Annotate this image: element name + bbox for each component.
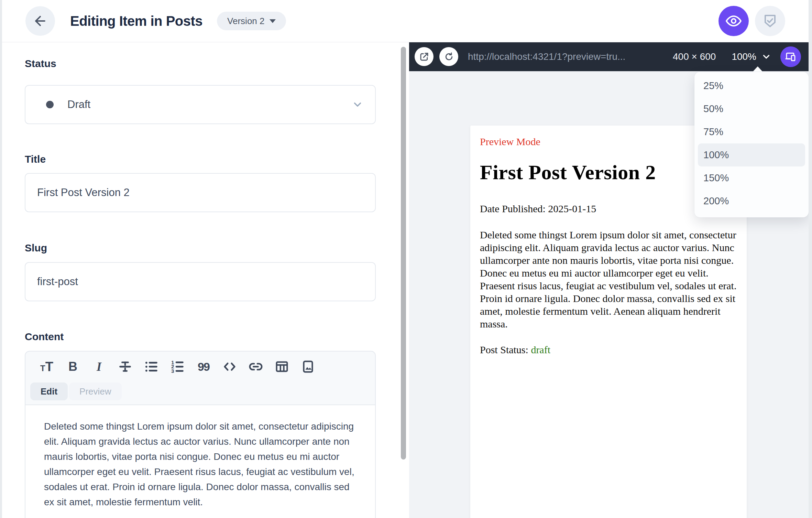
strikethrough-icon[interactable] [112, 357, 138, 376]
status-value: Draft [67, 98, 352, 111]
validation-button[interactable] [755, 6, 785, 36]
post-status-label: Post Status: [480, 344, 531, 355]
blockquote-icon[interactable]: 99 [190, 357, 217, 376]
refresh-button[interactable] [439, 47, 458, 66]
viewport-dimensions: 400 × 600 [673, 51, 716, 62]
heading-icon[interactable]: TT [34, 357, 60, 376]
bold-icon[interactable]: B [60, 357, 86, 376]
content-editor: TT B I 123 99 [25, 351, 376, 518]
slug-label: Slug [25, 242, 47, 254]
back-arrow-icon [33, 13, 48, 29]
back-button[interactable] [25, 6, 55, 36]
page-title: Editing Item in Posts [70, 13, 202, 29]
dropdown-caret-icon [753, 66, 762, 72]
zoom-option[interactable]: 50% [698, 97, 805, 120]
table-icon[interactable] [269, 357, 295, 376]
shield-check-icon [762, 13, 778, 29]
svg-text:3: 3 [171, 368, 174, 374]
caret-down-icon [270, 19, 276, 23]
device-toggle-button[interactable] [780, 46, 801, 67]
tab-preview[interactable]: Preview [69, 382, 121, 400]
status-select[interactable]: Draft [25, 85, 376, 124]
preview-status-line: Post Status: draft [480, 344, 737, 356]
image-icon[interactable] [295, 357, 321, 376]
status-dot-icon [46, 101, 54, 108]
app-window: Editing Item in Posts Version 2 Status D… [0, 0, 812, 518]
form-scrollbar[interactable] [401, 47, 406, 460]
zoom-option[interactable]: 200% [698, 190, 805, 213]
preview-body-text: Deleted some thingst Lorem ipsum dolor s… [480, 228, 737, 330]
zoom-option[interactable]: 150% [698, 166, 805, 190]
zoom-level-value: 100% [732, 51, 756, 62]
preview-toggle-button[interactable] [718, 6, 749, 36]
zoom-dropdown: 25%50%75%100%150%200% [694, 72, 809, 217]
link-icon[interactable] [243, 357, 269, 376]
content-label: Content [25, 331, 64, 343]
bullet-list-icon[interactable] [138, 357, 164, 376]
open-external-button[interactable] [415, 47, 434, 66]
code-icon[interactable] [217, 357, 243, 376]
content-textarea[interactable]: Deleted some thingst Lorem ipsum dolor s… [25, 405, 375, 518]
italic-icon[interactable]: I [86, 357, 112, 376]
preview-url[interactable]: http://localhost:4321/1?preview=tru... [468, 51, 673, 62]
zoom-level-control[interactable]: 100% [732, 51, 771, 62]
title-label: Title [25, 153, 46, 165]
header: Editing Item in Posts Version 2 [0, 0, 812, 42]
form-panel: Status Draft Title Slug Content TT B I [0, 42, 409, 518]
ordered-list-icon[interactable]: 123 [164, 357, 190, 376]
zoom-option[interactable]: 100% [698, 143, 805, 166]
window-edge-left [0, 0, 2, 518]
tab-edit[interactable]: Edit [30, 382, 68, 400]
chevron-down-icon [352, 99, 363, 110]
status-label: Status [25, 58, 56, 69]
slug-input[interactable] [25, 262, 376, 301]
preview-toolbar: http://localhost:4321/1?preview=tru... 4… [409, 42, 809, 71]
post-status-value: draft [531, 344, 550, 355]
refresh-icon [444, 52, 454, 62]
chevron-down-icon [761, 52, 771, 62]
version-selector[interactable]: Version 2 [217, 12, 286, 30]
zoom-option[interactable]: 75% [698, 120, 805, 143]
version-label: Version 2 [227, 16, 264, 26]
window-edge-right [809, 0, 812, 518]
responsive-devices-icon [784, 51, 797, 63]
eye-icon [725, 13, 742, 29]
title-input[interactable] [25, 173, 376, 212]
external-link-icon [419, 52, 429, 62]
editor-tabs: Edit Preview [25, 378, 375, 404]
editor-toolbar: TT B I 123 99 [25, 352, 375, 378]
zoom-option[interactable]: 25% [698, 74, 805, 97]
